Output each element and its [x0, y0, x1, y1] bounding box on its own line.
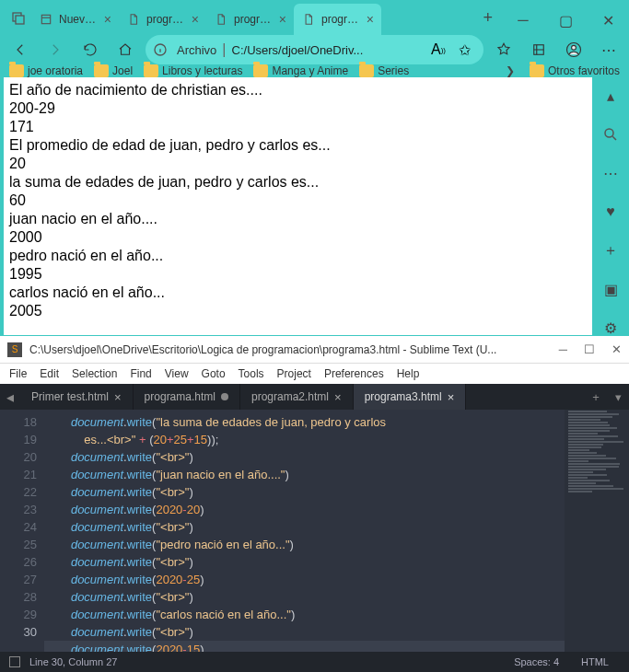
tab-label: Primer test.html: [31, 390, 109, 403]
url-path: C:/Users/djoel/OneDriv...: [232, 43, 421, 57]
editor-tab[interactable]: Primer test.html×: [20, 384, 134, 410]
url-bar[interactable]: Archivo | C:/Users/djoel/OneDriv... A)) …: [146, 35, 483, 64]
indent-setting[interactable]: Spaces: 4: [503, 656, 570, 667]
tab-close-icon[interactable]: ×: [448, 390, 455, 404]
refresh-button[interactable]: [76, 35, 105, 64]
browser-tab[interactable]: progra...×: [119, 4, 206, 35]
browser-toolbar: Archivo | C:/Users/djoel/OneDriv... A)) …: [0, 35, 629, 64]
heart-icon[interactable]: ♥: [600, 201, 622, 223]
search-icon[interactable]: [600, 123, 622, 145]
tab-close-icon[interactable]: ×: [334, 390, 342, 404]
back-button[interactable]: [6, 35, 35, 64]
new-tab-button[interactable]: +: [473, 8, 502, 28]
menu-item[interactable]: Tools: [239, 367, 264, 380]
tab-label: programa2.html: [251, 390, 329, 403]
scroll-up-icon[interactable]: ▴: [600, 85, 622, 107]
page-line: la suma de edades de juan, pedro y carlo…: [9, 173, 587, 191]
tab-close-icon[interactable]: ×: [279, 12, 286, 27]
favorites-pane-icon[interactable]: ⋯: [600, 162, 622, 184]
collections-icon[interactable]: [524, 35, 553, 64]
tab-label: programa.html: [145, 390, 215, 403]
browser-tab[interactable]: Nueva ...×: [31, 4, 119, 35]
menu-item[interactable]: Edit: [40, 367, 59, 380]
editor-area: 18192021222324252627282930 document.writ…: [0, 410, 629, 652]
cursor-position: Line 30, Column 27: [29, 656, 117, 667]
folder-icon: [359, 64, 374, 77]
tab-menu-icon[interactable]: ▾: [607, 384, 629, 410]
profile-icon[interactable]: [559, 35, 588, 64]
tab-close-icon[interactable]: ×: [367, 12, 374, 27]
maximize-button[interactable]: ☐: [584, 342, 595, 356]
menu-item[interactable]: Selection: [72, 367, 117, 380]
menu-item[interactable]: Preferences: [324, 367, 384, 380]
read-aloud-icon[interactable]: A)): [426, 41, 450, 59]
bookmark-item[interactable]: Libros y lecturas: [144, 64, 242, 77]
menu-item[interactable]: Goto: [202, 367, 226, 380]
other-favorites[interactable]: Otros favoritos: [530, 64, 620, 77]
bookmark-item[interactable]: joe oratoria: [9, 64, 83, 77]
svg-point-6: [572, 45, 577, 50]
page-line: El año de nacimiento de christian es....: [9, 81, 587, 99]
favorites-icon[interactable]: [489, 35, 518, 64]
folder-icon: [94, 64, 109, 77]
add-icon[interactable]: ＋: [600, 239, 622, 261]
menu-item[interactable]: File: [9, 367, 27, 380]
menu-item[interactable]: View: [165, 367, 189, 380]
bookmark-item[interactable]: Manga y Anime: [253, 64, 348, 77]
page-line: 2005: [9, 302, 587, 320]
bookmarks-overflow-icon[interactable]: ❯: [502, 64, 518, 77]
home-button[interactable]: [111, 35, 140, 64]
menu-icon[interactable]: ⋯: [594, 35, 623, 64]
bookmark-item[interactable]: Joel: [94, 64, 133, 77]
browser-tab[interactable]: progra...×: [206, 4, 294, 35]
browser-titlebar: Nueva ...×progra...×progra...×progra...×…: [0, 0, 629, 35]
tab-actions-icon[interactable]: [6, 0, 31, 35]
new-tab-button[interactable]: +: [585, 384, 607, 410]
page-line: juan nacio en el año....: [9, 210, 587, 228]
url-scheme: Archivo: [177, 43, 216, 57]
folder-icon: [9, 64, 24, 77]
code-area[interactable]: document.write("la suma de edades de jua…: [44, 410, 565, 652]
maximize-button[interactable]: ▢: [544, 6, 587, 35]
editor-tab[interactable]: programa.html: [134, 384, 240, 410]
sublime-app-icon: S: [7, 342, 22, 357]
page-line: El promedio de edad de juan, pedro y car…: [9, 136, 587, 155]
tab-close-icon[interactable]: ×: [104, 12, 111, 27]
collections-pane-icon[interactable]: ▣: [600, 278, 622, 300]
minimize-button[interactable]: ─: [559, 342, 567, 356]
favorite-icon[interactable]: ✩: [452, 41, 476, 59]
page-line: 20: [9, 155, 587, 173]
edge-sidebar: ▴ ⋯ ♥ ＋ ▣ ⚙: [592, 77, 629, 339]
bookmarks-bar: joe oratoriaJoelLibros y lecturasManga y…: [0, 64, 629, 77]
panel-switch-icon[interactable]: [9, 656, 20, 667]
browser-tab[interactable]: progra...×: [294, 4, 381, 35]
menu-item[interactable]: Help: [397, 367, 420, 380]
minimap[interactable]: [565, 410, 629, 652]
tab-close-icon[interactable]: ×: [192, 12, 199, 27]
page-line: pedro nació en el año...: [9, 247, 587, 265]
page-line: 171: [9, 118, 587, 136]
tab-favicon: [39, 12, 53, 27]
svg-point-7: [605, 129, 613, 137]
editor-tab[interactable]: programa3.html×: [354, 384, 467, 410]
tab-favicon: [126, 12, 141, 27]
page-content: El año de nacimiento de christian es....…: [4, 77, 592, 335]
site-info-icon[interactable]: [149, 39, 171, 61]
tab-scroll-left-icon[interactable]: ◂: [0, 384, 20, 410]
minimize-button[interactable]: ─: [502, 6, 544, 35]
page-line: 2000: [9, 228, 587, 247]
svg-rect-1: [16, 16, 24, 24]
browser-viewport: El año de nacimiento de christian es....…: [0, 77, 629, 339]
folder-icon: [253, 64, 268, 77]
menu-bar: FileEditSelectionFindViewGotoToolsProjec…: [0, 364, 629, 384]
sublime-titlebar: S C:\Users\djoel\OneDrive\Escritorio\Log…: [0, 336, 629, 364]
close-button[interactable]: ✕: [587, 6, 629, 35]
close-button[interactable]: ✕: [612, 342, 622, 356]
forward-button[interactable]: [41, 35, 70, 64]
menu-item[interactable]: Find: [130, 367, 151, 380]
syntax-setting[interactable]: HTML: [570, 656, 620, 667]
tab-close-icon[interactable]: ×: [114, 390, 122, 404]
bookmark-item[interactable]: Series: [359, 64, 409, 77]
menu-item[interactable]: Project: [277, 367, 311, 380]
editor-tab[interactable]: programa2.html×: [240, 384, 354, 410]
